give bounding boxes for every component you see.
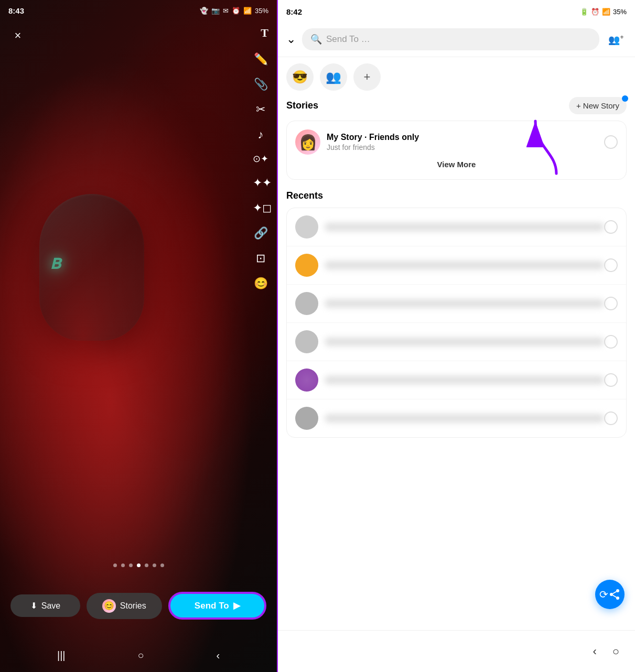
chevron-down-icon[interactable]: ⌄ [286,32,296,46]
time-left: 8:43 [8,6,24,15]
right-tools: ✏️ 📎 ✂ ♪ ⊙✦ ✦✦ ✦◻ 🔗 ⊡ 😊 [253,52,268,290]
recent-avatar-4 [295,330,318,353]
snapchat-icon: 👻 [200,7,208,15]
recent-row-4 [287,323,626,361]
search-header: ⌄ 🔍 Send To … 👥+ [278,23,635,57]
scissors-tool[interactable]: ✂ [253,103,268,116]
close-button[interactable]: × [8,26,27,45]
sticker-tool[interactable]: 📎 [253,78,268,91]
story-avatar: 👩 [295,129,320,155]
recent-radio-6[interactable] [604,411,618,425]
right-panel: 8:42 🔋 ⏰ 📶 35% ⌄ 🔍 Send To … 👥+ 😎 👥 + [278,0,635,672]
story-info: My Story · Friends only Just for friends [327,133,598,151]
recent-radio-1[interactable] [604,220,618,234]
battery-right: 35% [613,8,627,16]
share-icon: ⟳ [599,588,608,601]
stories-section: Stories + New Story 👩 My Story · Friends… [278,97,635,184]
search-placeholder: Send To … [326,34,370,45]
dot-5 [145,563,148,567]
story-name: My Story · Friends only [327,133,598,142]
recent-radio-4[interactable] [604,335,618,349]
recents-title: Recents [286,190,323,201]
nav-back-icon[interactable]: ‹ [216,649,220,662]
chip-sunglasses[interactable]: 😎 [286,63,314,91]
eraser-tool[interactable]: ✦◻ [253,201,268,215]
recent-name-2 [325,261,604,269]
recents-section: Recents [278,184,635,672]
bottom-nav-right: ‹ ○ [278,630,635,672]
link-tool[interactable]: 🔗 [253,226,268,240]
status-bar-left: 8:43 👻 📷 ✉ ⏰ 📶 35% [0,0,277,21]
my-story-row: 👩 My Story · Friends only Just for frien… [295,129,618,155]
top-toolbar: × T [0,26,277,45]
chip-add[interactable]: + [353,63,381,91]
wifi-icon-right: 📶 [602,8,610,16]
recent-radio-3[interactable] [604,297,618,310]
recent-row-1 [287,208,626,246]
bottom-nav-left: ||| ○ ‹ [0,649,277,662]
dot-7 [160,563,164,567]
chip-friends[interactable]: 👥 [320,63,347,91]
text-tool-button[interactable]: T [261,26,268,45]
svg-line-4 [612,595,616,598]
dot-6 [153,563,156,567]
story-sub: Just for friends [327,143,598,151]
pen-tool[interactable]: ✏️ [253,52,268,66]
status-bar-right: 8:42 🔋 ⏰ 📶 35% [278,0,635,23]
recent-row-2 [287,246,626,285]
camera-icon: 📷 [211,7,220,15]
new-story-dot [622,95,628,102]
share-fab[interactable]: ⟳ [595,580,625,609]
search-bar[interactable]: 🔍 Send To … [302,28,599,50]
share-svg-icon [608,588,621,601]
crop-tool[interactable]: ⊡ [253,252,268,265]
lens-tool[interactable]: ⊙✦ [253,153,268,165]
nav-back-right[interactable]: ‹ [593,645,596,658]
nav-home-icon[interactable]: ○ [137,649,144,662]
recent-radio-2[interactable] [604,258,618,272]
stories-avatar: 😊 [102,599,116,613]
avatar-emoji: 👩 [299,134,317,151]
recent-radio-5[interactable] [604,373,618,387]
friends-icon: 👥 [326,70,341,84]
stories-section-header: Stories + New Story [286,97,627,114]
view-more[interactable]: View More [295,155,618,171]
new-story-button[interactable]: + New Story [569,97,627,114]
page-dots [0,563,277,567]
nav-menu-icon[interactable]: ||| [57,649,66,662]
story-radio[interactable] [604,135,618,149]
emoji-tool[interactable]: 😊 [253,277,268,290]
recent-name-4 [325,338,604,346]
recents-card [286,208,627,438]
dot-3 [129,563,133,567]
nav-circle-right[interactable]: ○ [612,645,619,658]
battery-left: 35% [255,7,268,15]
recent-name-5 [325,376,604,384]
mouse-illustration [26,183,157,351]
recent-avatar-1 [295,215,318,239]
svg-point-3 [616,597,619,600]
sparkle-tool[interactable]: ✦✦ [253,176,268,190]
add-friends-button[interactable]: 👥+ [606,29,627,50]
story-card: 👩 My Story · Friends only Just for frien… [286,121,627,180]
wifi-icon: 📶 [243,7,252,15]
music-tool[interactable]: ♪ [253,128,268,142]
dot-1 [113,563,117,567]
status-icons-left: 👻 📷 ✉ ⏰ 📶 35% [200,7,268,15]
recent-name-3 [325,299,604,308]
plus-icon: + [364,70,371,84]
send-to-button[interactable]: Send To ▶ [168,592,266,620]
recents-section-header: Recents [286,190,627,201]
recent-avatar-2 [295,254,318,277]
bottom-action-bar: ⬇ Save 😊 Stories Send To ▶ [0,592,277,620]
stories-button[interactable]: 😊 Stories [87,593,162,619]
recent-avatar-6 [295,407,318,430]
recent-avatar-5 [295,368,318,392]
alarm-icon-right: ⏰ [591,8,599,16]
dot-4 [137,563,141,567]
save-button[interactable]: ⬇ Save [10,594,80,617]
svg-point-1 [616,589,619,592]
sunglasses-emoji: 😎 [292,70,308,84]
recent-avatar-3 [295,292,318,315]
stories-title: Stories [286,100,318,111]
